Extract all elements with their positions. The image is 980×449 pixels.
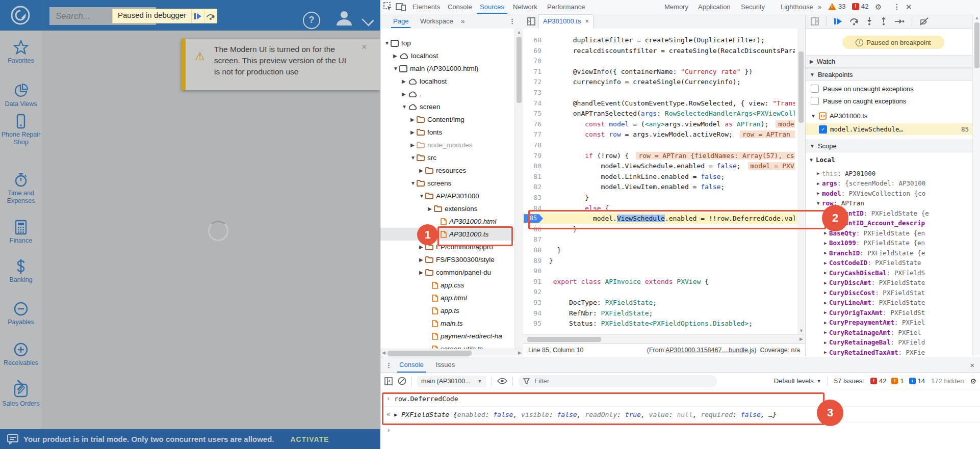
resume-script-icon[interactable]	[834, 17, 842, 25]
scope-var-args[interactable]: ▶args: {screenModel: AP30100	[806, 178, 980, 189]
tree-item-app.css[interactable]: app.css	[380, 279, 524, 292]
code-line-70[interactable]: 70	[523, 56, 805, 66]
tree-item-node-modules[interactable]: ▶node_modules	[380, 139, 524, 151]
filter-input[interactable]	[534, 377, 689, 385]
code-line-81[interactable]: 81 model.LinkLine.enabled = false;	[523, 171, 805, 182]
scope-var-curycashdiscbal[interactable]: ▶CuryCashDiscBal: PXFieldS	[806, 268, 980, 278]
scope-closed-arrow-icon[interactable]: ▶	[817, 191, 822, 196]
code-line-73[interactable]: 73	[523, 87, 805, 98]
tree-horizontal-scrollbar[interactable]: ◀ ▶	[380, 349, 523, 357]
drawer-kebab-icon[interactable]: ⋮	[385, 361, 392, 369]
activate-button[interactable]: ACTIVATE	[290, 435, 329, 443]
clear-console-icon[interactable]	[398, 377, 406, 385]
scope-var-costcodeid[interactable]: ▶CostCodeID: PXFieldState	[806, 258, 980, 268]
code-line-92[interactable]: 92	[523, 286, 805, 297]
step-over-icon[interactable]	[849, 17, 859, 25]
code-line-77[interactable]: 77 const row = args.viewModel.activeRow;…	[523, 129, 805, 140]
scope-closed-arrow-icon[interactable]: ▶	[824, 350, 829, 355]
tree-item-localhost[interactable]: ▶localhost	[380, 75, 524, 88]
scope-open-arrow-icon[interactable]: ▼	[817, 201, 822, 206]
toast-close-icon[interactable]: ×	[362, 42, 367, 52]
breakpoint-entry[interactable]: ✓ model.ViewSchedule… 85	[806, 123, 974, 135]
scope-section[interactable]: ▼Scope	[806, 140, 974, 152]
devtools-tab-security[interactable]: Security	[741, 0, 765, 14]
breakpoint-checkbox[interactable]: ✓	[819, 125, 827, 134]
scope-closed-arrow-icon[interactable]: ▶	[824, 260, 829, 266]
tree-closed-arrow-icon[interactable]: ▶	[410, 129, 416, 135]
editor-horizontal-scrollbar[interactable]: ▶	[523, 334, 805, 344]
code-line-69[interactable]: 69 recalcdiscountsfilter = createSingle(…	[523, 45, 805, 56]
console-sidebar-icon[interactable]	[384, 377, 393, 385]
tree-closed-arrow-icon[interactable]: ▶	[419, 270, 424, 275]
code-line-72[interactable]: 72 currencyinfo = createSingle(Currencyi…	[523, 76, 805, 87]
chevron-down-icon[interactable]	[362, 14, 374, 26]
tree-item-app.ts[interactable]: app.ts	[380, 304, 524, 317]
tree-item-screen[interactable]: ▼screen	[380, 100, 524, 113]
code-line-91[interactable]: 91 export class APInvoice extends PXView…	[523, 276, 805, 287]
editor-vertical-scrollbar[interactable]: ▼	[797, 29, 805, 334]
code-line-83[interactable]: 83 }	[523, 192, 805, 203]
code-line-89[interactable]: 89 }	[523, 255, 805, 266]
sidebar-item-receivables[interactable]: Receivables	[0, 342, 42, 367]
context-selector[interactable]: main (AP30100... ▼	[417, 376, 486, 387]
help-icon[interactable]: ?	[303, 12, 320, 29]
scope-var-this[interactable]: ▶this: AP301000	[806, 168, 980, 178]
tab-close-icon[interactable]: ×	[585, 17, 589, 25]
resume-script-icon[interactable]	[191, 9, 204, 23]
deactivate-breakpoints-icon[interactable]	[919, 17, 930, 25]
tab-workspace[interactable]: Workspace	[420, 14, 453, 28]
scope-var-curyretainageamt[interactable]: ▶CuryRetainageAmt: PXFiel	[806, 327, 980, 337]
drawer-close-icon[interactable]: ×	[970, 361, 974, 369]
code-line-71[interactable]: 71 @viewInfo({ containerName: "Currency …	[523, 66, 805, 77]
scope-closed-arrow-icon[interactable]: ▶	[824, 280, 829, 285]
devtools-tab-lighthouse[interactable]: Lighthouse	[781, 0, 813, 14]
tab-page[interactable]: Page	[393, 14, 408, 28]
sidebar-item-time-and-expenses[interactable]: Time and Expenses	[0, 172, 42, 205]
eye-icon[interactable]	[497, 378, 507, 384]
scope-var-curyretainagebal[interactable]: ▶CuryRetainageBal: PXField	[806, 337, 980, 348]
step-icon[interactable]	[894, 17, 905, 25]
warning-issues-badge[interactable]: !1	[891, 377, 904, 385]
scope-closed-arrow-icon[interactable]: ▶	[824, 330, 829, 335]
tree-item-common-panel-du[interactable]: ▶common/panel-du	[380, 266, 524, 279]
scope-var-model[interactable]: ▶model: PXViewCollection {co	[806, 188, 980, 198]
scope-closed-arrow-icon[interactable]: ▶	[817, 181, 822, 186]
code-line-94[interactable]: 94 RefNbr: PXFieldState;	[523, 308, 805, 319]
sidebar-item-data-views[interactable]: Data Views	[0, 83, 42, 108]
code-line-82[interactable]: 82 model.ViewItem.enabled = false;	[523, 181, 805, 192]
scope-closed-arrow-icon[interactable]: ▶	[824, 250, 829, 255]
nav-more-chevron[interactable]: »	[461, 14, 465, 28]
scope-var-box1099[interactable]: ▶Box1099: PXFieldState {en	[806, 238, 980, 248]
code-line-79[interactable]: 79 if (!row) {row = APTran {fieldNames: …	[523, 150, 805, 161]
tree-item-main.ts[interactable]: main.ts	[380, 317, 524, 330]
tree-item-ap-ap301000[interactable]: ▼AP/AP301000	[380, 190, 524, 202]
step-into-icon[interactable]	[866, 17, 873, 25]
file-tab-ap301000[interactable]: AP301000.ts×	[538, 14, 594, 29]
devtools-close-icon[interactable]: ✕	[906, 3, 912, 12]
scope-closed-arrow-icon[interactable]: ▶	[824, 230, 829, 235]
scope-closed-arrow-icon[interactable]: ▶	[824, 270, 829, 275]
info-issues-badge[interactable]: i14	[909, 377, 925, 385]
scope-closed-arrow-icon[interactable]: ▶	[824, 310, 829, 315]
issues-count-label[interactable]: 57 Issues:	[834, 377, 864, 385]
pause-uncaught-row[interactable]: Pause on uncaught exceptions	[811, 85, 914, 93]
errors-badge[interactable]: ! 42	[852, 3, 868, 10]
user-icon[interactable]	[332, 10, 356, 25]
code-line-76[interactable]: 76 const model = (<any>args.viewModel as…	[523, 119, 805, 129]
code-line-80[interactable]: 80 model.ViewSchedule.enabled = false;mo…	[523, 161, 805, 171]
sidebar-scrollbar[interactable]: ▲	[972, 14, 980, 357]
devtools-tab-network[interactable]: Network	[513, 0, 537, 14]
app-logo-icon[interactable]	[7, 4, 34, 27]
tree-closed-arrow-icon[interactable]: ▶	[419, 168, 424, 173]
tree-closed-arrow-icon[interactable]: ▶	[419, 244, 424, 250]
scope-var-curyorigtaxamt[interactable]: ▶CuryOrigTaxAmt: PXFieldSt	[806, 307, 980, 318]
tree-item-localhost[interactable]: ▶localhost	[380, 49, 524, 62]
code-line-88[interactable]: 88 }	[523, 245, 805, 255]
tree-item-main-ap301000.html-[interactable]: ▼main (AP301000.html)	[380, 62, 524, 75]
tree-item-screens[interactable]: ▼screens	[380, 177, 524, 190]
tree-closed-arrow-icon[interactable]: ▶	[393, 53, 398, 59]
tree-open-arrow-icon[interactable]: ▼	[419, 193, 424, 199]
inspect-element-icon[interactable]	[383, 2, 393, 11]
tree-item-content-img[interactable]: ▶Content/img	[380, 113, 524, 126]
filter-box[interactable]	[518, 375, 717, 387]
